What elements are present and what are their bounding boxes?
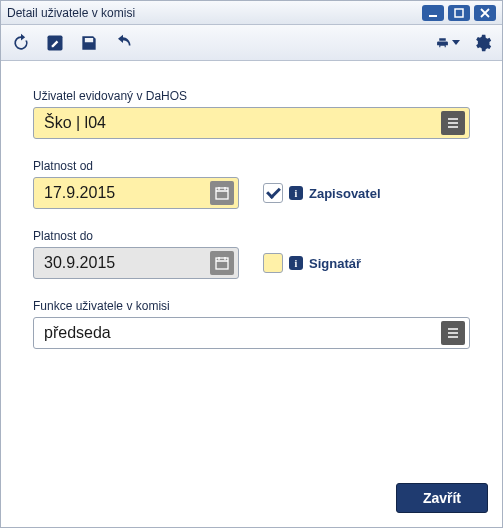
function-field-block: Funkce uživatele v komisi předseda: [33, 299, 470, 349]
edit-icon: [45, 33, 65, 53]
user-label: Uživatel evidovaný v DaHOS: [33, 89, 470, 103]
valid-from-value: 17.9.2015: [44, 184, 210, 202]
refresh-button[interactable]: [9, 31, 33, 55]
function-value: předseda: [44, 324, 441, 342]
info-icon: i: [289, 186, 303, 200]
valid-from-block: Platnost od 17.9.2015 i Zapisovatel: [33, 159, 470, 209]
gear-icon: [472, 33, 492, 53]
undo-button[interactable]: [111, 31, 135, 55]
maximize-button[interactable]: [448, 5, 470, 21]
recorder-label: Zapisovatel: [309, 186, 381, 201]
toolbar-left: [9, 31, 135, 55]
calendar-icon: [215, 256, 229, 270]
user-lookup-button[interactable]: [441, 111, 465, 135]
valid-to-value: 30.9.2015: [44, 254, 210, 272]
close-button[interactable]: Zavřít: [396, 483, 488, 513]
close-icon: [480, 8, 490, 18]
signatory-checkbox[interactable]: [263, 253, 283, 273]
print-button[interactable]: [436, 31, 460, 55]
refresh-icon: [11, 33, 31, 53]
save-button[interactable]: [77, 31, 101, 55]
recorder-check-wrap: i Zapisovatel: [263, 183, 381, 203]
user-input[interactable]: Ško | l04: [33, 107, 470, 139]
valid-to-block: Platnost do 30.9.2015 i Signatář: [33, 229, 470, 279]
valid-to-input[interactable]: 30.9.2015: [33, 247, 239, 279]
calendar-icon: [215, 186, 229, 200]
titlebar: Detail uživatele v komisi: [1, 1, 502, 25]
svg-rect-0: [429, 15, 437, 17]
valid-to-label: Platnost do: [33, 229, 470, 243]
signatory-label: Signatář: [309, 256, 361, 271]
recorder-checkbox[interactable]: [263, 183, 283, 203]
save-icon: [79, 33, 99, 53]
toolbar-right: [436, 31, 494, 55]
svg-rect-1: [455, 9, 463, 17]
maximize-icon: [454, 8, 464, 18]
valid-to-calendar-button[interactable]: [210, 251, 234, 275]
valid-from-label: Platnost od: [33, 159, 470, 173]
function-lookup-button[interactable]: [441, 321, 465, 345]
signatory-check-wrap: i Signatář: [263, 253, 361, 273]
chevron-down-icon: [452, 40, 460, 45]
window-buttons: [422, 5, 496, 21]
function-label: Funkce uživatele v komisi: [33, 299, 470, 313]
svg-rect-4: [216, 258, 228, 269]
close-window-button[interactable]: [474, 5, 496, 21]
valid-from-calendar-button[interactable]: [210, 181, 234, 205]
minimize-button[interactable]: [422, 5, 444, 21]
undo-icon: [113, 33, 133, 53]
user-field-block: Uživatel evidovaný v DaHOS Ško | l04: [33, 89, 470, 139]
svg-rect-3: [216, 188, 228, 199]
dialog-window: Detail uživatele v komisi: [0, 0, 503, 528]
settings-button[interactable]: [470, 31, 494, 55]
function-input[interactable]: předseda: [33, 317, 470, 349]
list-icon: [446, 326, 460, 340]
info-icon: i: [289, 256, 303, 270]
window-title: Detail uživatele v komisi: [7, 6, 422, 20]
edit-button[interactable]: [43, 31, 67, 55]
form-content: Uživatel evidovaný v DaHOS Ško | l04 Pla…: [1, 61, 502, 473]
user-value: Ško | l04: [44, 114, 441, 132]
toolbar: [1, 25, 502, 61]
list-icon: [446, 116, 460, 130]
valid-from-input[interactable]: 17.9.2015: [33, 177, 239, 209]
dialog-footer: Zavřít: [1, 473, 502, 527]
print-icon: [436, 33, 449, 53]
minimize-icon: [428, 8, 438, 18]
